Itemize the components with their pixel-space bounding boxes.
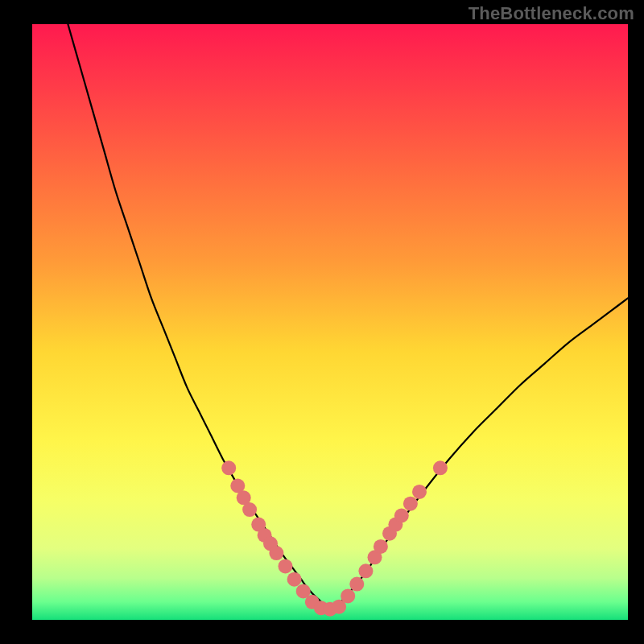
data-marker xyxy=(349,577,364,592)
chart-frame: TheBottleneck.com xyxy=(0,0,644,644)
data-marker xyxy=(394,509,409,523)
watermark-text: TheBottleneck.com xyxy=(469,3,634,24)
data-marker xyxy=(221,460,236,475)
data-marker xyxy=(412,485,427,499)
data-marker xyxy=(374,539,388,554)
data-marker xyxy=(403,497,418,511)
data-marker xyxy=(242,502,257,517)
chart-svg xyxy=(32,24,628,620)
data-marker xyxy=(358,564,373,578)
data-marker xyxy=(433,460,448,475)
data-marker xyxy=(341,588,355,603)
plot-area xyxy=(32,24,628,620)
data-marker xyxy=(269,546,283,560)
gradient-background xyxy=(32,24,628,620)
data-marker xyxy=(279,559,293,573)
data-marker xyxy=(287,572,302,587)
